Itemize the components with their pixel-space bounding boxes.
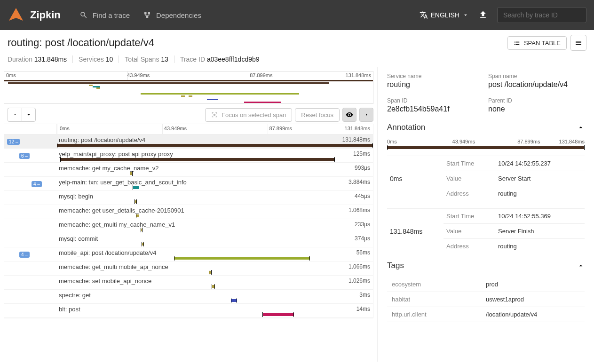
tag-value: uswest1aprod	[481, 292, 585, 307]
span-row[interactable]: memcache: get_multi my_cache_name_v1233µ…	[4, 219, 373, 233]
minimap-tick-1: 43.949ms	[127, 72, 150, 78]
annotation-value: routing	[495, 239, 585, 254]
span-duration: 125ms	[353, 150, 370, 157]
span-row[interactable]: memcache: set mobile_api_nonce1.026ms	[4, 276, 373, 290]
eye-toggle-button[interactable]	[342, 108, 356, 122]
span-row[interactable]: mysql: commit374µs	[4, 233, 373, 247]
annotation-key: Value	[444, 171, 495, 186]
expand-down-button[interactable]	[22, 108, 36, 122]
span-name-value: post /location/update/v4	[488, 80, 585, 89]
annotation-section-toggle[interactable]: Annotation	[387, 123, 585, 132]
focus-selected-label: Focus on selected span	[222, 111, 286, 119]
span-duration: 14ms	[356, 306, 370, 312]
span-count-badge[interactable]: 6 –	[19, 153, 30, 159]
tags-section-toggle[interactable]: Tags	[387, 261, 585, 270]
span-id-value: 2e8cfb154b59a41f	[387, 105, 483, 113]
lang-label: ENGLISH	[431, 11, 459, 19]
span-bar	[60, 158, 335, 161]
span-row[interactable]: spectre: get3ms	[4, 290, 373, 304]
service-name-value: routing	[387, 80, 483, 89]
minimap[interactable]: 0ms 43.949ms 87.899ms 131.848ms	[4, 71, 373, 104]
span-bar	[262, 313, 294, 316]
span-table-button[interactable]: SPAN TABLE	[507, 36, 567, 50]
stat-duration-value: 131.848ms	[34, 55, 67, 63]
tags-table: ecosystemprodhabitatuswest1aprodhttp.uri…	[387, 277, 585, 322]
span-id-label: Span ID	[387, 97, 483, 104]
span-row[interactable]: memcache: get my_cache_name_v2993µs	[4, 163, 373, 177]
anno-tick-1: 43.949ms	[452, 139, 475, 144]
span-count-badge[interactable]: 12 –	[7, 139, 20, 145]
language-selector[interactable]: ENGLISH	[420, 11, 469, 19]
span-bar	[142, 243, 144, 245]
tag-key: http.uri.client	[387, 307, 481, 322]
ruler-tick-1: 43.949ms	[164, 126, 187, 131]
chevron-down-icon	[26, 112, 32, 118]
minimap-tick-2: 87.899ms	[250, 72, 272, 78]
tag-row: http.uri.client/location/update/v4	[387, 307, 585, 322]
annotation-time: 0ms	[387, 156, 444, 201]
stat-spans-label: Total Spans	[125, 55, 159, 63]
chevron-up-icon	[12, 112, 18, 118]
title-bar: routing: post /location/update/v4 SPAN T…	[0, 30, 594, 54]
nav-deps-label: Dependencies	[156, 11, 201, 19]
span-row[interactable]: mobile_api: post /location/update/v456ms…	[4, 247, 373, 261]
span-label: routing: post /location/update/v4	[57, 136, 339, 143]
upload-button[interactable]	[478, 10, 488, 21]
chevron-up-icon	[577, 262, 585, 269]
annotation-table: 131.848msStart Time10/24 14:52:55.369Val…	[387, 208, 585, 253]
menu-button[interactable]	[570, 35, 586, 51]
collapse-up-button[interactable]	[8, 108, 22, 122]
span-duration: 374µs	[355, 235, 370, 242]
span-bar	[130, 172, 133, 175]
annotation-value: routing	[495, 186, 585, 201]
nav-dependencies[interactable]: Dependencies	[143, 11, 201, 19]
ruler-tick-2: 87.899ms	[269, 126, 292, 131]
span-row[interactable]: memcache: get_multi mobile_api_nonce1.06…	[4, 261, 373, 276]
annotation-key: Start Time	[444, 156, 495, 171]
tag-value: prod	[481, 277, 585, 292]
span-row[interactable]: routing: post /location/update/v4131.848…	[4, 135, 373, 149]
nav-find-trace[interactable]: Find a trace	[79, 11, 130, 19]
span-bar	[231, 299, 237, 302]
reset-focus-button[interactable]: Reset focus	[295, 108, 340, 122]
focus-selected-button[interactable]: Focus on selected span	[205, 108, 292, 122]
span-row[interactable]: blt: post14ms	[4, 304, 373, 318]
span-row[interactable]: mysql: begin445µs	[4, 191, 373, 205]
span-bar	[57, 144, 373, 147]
span-label: mysql: commit	[57, 235, 339, 242]
brand[interactable]: Zipkin	[8, 7, 61, 24]
anno-tick-3: 131.848ms	[559, 139, 585, 144]
span-count-badge[interactable]: 4 –	[32, 181, 42, 187]
tags-title: Tags	[387, 261, 404, 270]
span-timeline: 0ms 43.949ms 87.899ms 131.848ms routing:…	[4, 124, 373, 318]
span-label: memcache: get_multi mobile_api_nonce	[57, 263, 339, 270]
span-row[interactable]: memcache: get user_details_cache-2015090…	[4, 205, 373, 219]
annotation-value: 10/24 14:52:55.237	[495, 156, 585, 171]
app-header: Zipkin Find a trace Dependencies ENGLISH	[0, 0, 594, 30]
span-label: memcache: set mobile_api_nonce	[57, 277, 339, 285]
trace-search-input[interactable]	[497, 7, 586, 23]
span-label: yelp-main: txn: user_get_basic_and_scout…	[57, 179, 339, 186]
annotation-time: 131.848ms	[387, 209, 444, 254]
next-button[interactable]	[359, 108, 373, 122]
timeline-panel: 0ms 43.949ms 87.899ms 131.848ms Focus on…	[0, 67, 378, 362]
span-label: spectre: get	[57, 292, 339, 299]
span-row[interactable]: yelp_main/api_proxy: post api proxy prox…	[4, 149, 373, 163]
span-duration: 131.848ms	[342, 136, 370, 143]
tag-value: /location/update/v4	[481, 307, 585, 322]
span-count-badge[interactable]: 4 –	[19, 252, 30, 258]
span-bar	[141, 229, 143, 231]
span-bar	[135, 200, 137, 203]
span-duration: 993µs	[355, 165, 370, 171]
annotation-key: Address	[444, 239, 495, 254]
reset-focus-label: Reset focus	[301, 111, 333, 119]
annotation-value: 10/24 14:52:55.369	[495, 209, 585, 224]
annotation-table: 0msStart Time10/24 14:52:55.237ValueServ…	[387, 156, 585, 201]
span-label: memcache: get my_cache_name_v2	[57, 165, 339, 172]
span-row[interactable]: yelp-main: txn: user_get_basic_and_scout…	[4, 177, 373, 191]
annotation-key: Start Time	[444, 209, 495, 224]
ruler-tick-3: 131.848ms	[345, 126, 370, 131]
stat-traceid-label: Trace ID	[180, 55, 205, 63]
span-bar	[174, 257, 310, 260]
minimap-tick-0: 0ms	[6, 72, 16, 78]
